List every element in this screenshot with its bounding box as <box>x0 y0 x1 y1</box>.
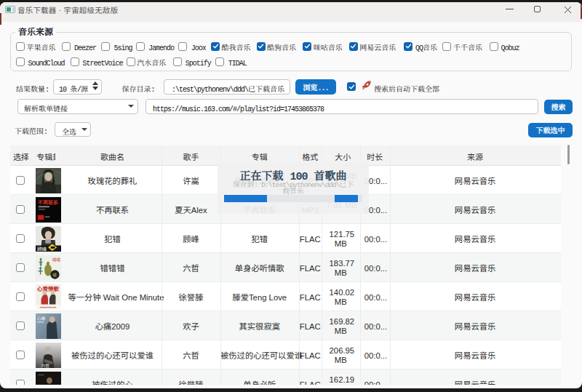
svg-text:心爱情歌: 心爱情歌 <box>37 284 60 292</box>
svg-text:错: 错 <box>52 271 57 278</box>
svg-text:错错: 错错 <box>52 255 61 262</box>
svg-text:心痛: 心痛 <box>37 314 46 321</box>
svg-text:六哲: 六哲 <box>41 361 50 367</box>
svg-text:顾峰: 顾峰 <box>37 244 47 251</box>
svg-text:不再联系: 不再联系 <box>38 199 58 206</box>
